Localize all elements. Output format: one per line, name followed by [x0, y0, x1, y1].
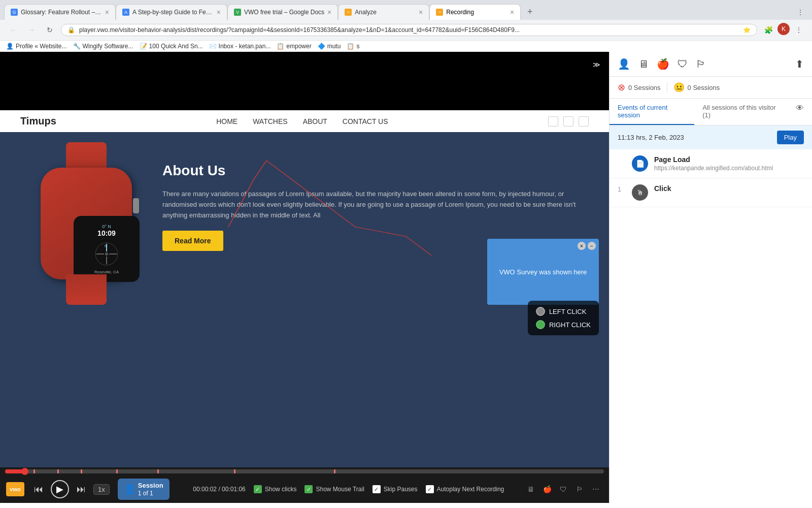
apple-filter-icon[interactable]: 🍎	[657, 58, 669, 70]
desktop-filter-icon[interactable]: 🖥	[638, 58, 649, 70]
visitor-icon[interactable]: 👤	[618, 58, 630, 70]
watch-time: 10:09	[97, 229, 116, 237]
tab-2-title: A Step-by-step Guide to Feat...	[132, 9, 214, 16]
survey-close-x[interactable]: ×	[578, 242, 586, 250]
bookmark-profile[interactable]: 👤 Profile « Website...	[6, 43, 67, 50]
right-panel: 👤 🖥 🍎 🛡 🏳 ⬆ ⊗ 0 Sessions 😐 0 Sessions Ev…	[609, 52, 812, 503]
tab-current-session[interactable]: Events of current session	[610, 99, 694, 125]
flag-filter-icon[interactable]: 🏳	[696, 58, 706, 70]
tab-3[interactable]: V VWO free trial – Google Docs ×	[227, 4, 338, 20]
right-click-label: RIGHT CLICK	[549, 321, 591, 329]
tab-3-title: VWO free trial – Google Docs	[244, 9, 324, 16]
tab-5-title: Recording	[446, 9, 507, 16]
extensions-button[interactable]: 🧩	[761, 23, 775, 37]
total-time: 00:01:06	[222, 486, 246, 493]
survey-minimize[interactable]: −	[588, 242, 596, 250]
tab-4[interactable]: ~ Analyze ×	[338, 4, 429, 20]
bookmark-mutu[interactable]: 🔷 mutu	[318, 43, 341, 50]
play-button[interactable]: ▶	[51, 480, 69, 498]
browser-nav-icons: 🧩 K ⋮	[761, 23, 806, 37]
read-more-button[interactable]: Read More	[162, 231, 223, 251]
panel-tabs: Events of current session All sessions o…	[610, 99, 812, 125]
shield-icon[interactable]: 🛡	[556, 482, 570, 496]
warn-sessions-badge: 😐 0 Sessions	[673, 82, 720, 93]
event-num-1: 1	[618, 185, 626, 193]
checkboxes-area: ✓ Show clicks ✓ Show Mouse Trail ✓ Skip …	[254, 485, 504, 493]
skip-back-button[interactable]: ⏮	[30, 481, 47, 497]
expand-button[interactable]: ≫	[589, 57, 604, 72]
tab-5-close[interactable]: ×	[510, 9, 514, 16]
new-tab-button[interactable]: +	[523, 5, 537, 19]
progress-track[interactable]	[5, 469, 604, 473]
skip-pauses-label: Skip Pauses	[384, 486, 418, 493]
back-button[interactable]: ←	[6, 23, 20, 37]
more-options-icon[interactable]: ⋯	[589, 482, 603, 496]
bookmark-s[interactable]: 📋 s	[347, 43, 359, 50]
desktop-icon[interactable]: 🖥	[524, 482, 538, 496]
flag-icon[interactable]: 🏳	[572, 482, 587, 496]
tab-3-close[interactable]: ×	[327, 9, 331, 16]
bookmark-wingify-label: Wingify Software...	[83, 43, 133, 50]
tab-1-title: Glossary: Feature Rollout – Go...	[21, 9, 102, 16]
warn-sessions-count: 0 Sessions	[688, 84, 720, 91]
site-nav: Timups HOME WATCHES ABOUT CONTACT US	[0, 110, 609, 132]
autoplay-checkbox[interactable]: ✓ Autoplay Next Recording	[426, 485, 504, 493]
bookmark-mutu-icon: 🔷	[318, 43, 325, 50]
apple-icon[interactable]: 🍎	[540, 482, 554, 496]
tab-4-close[interactable]: ×	[419, 9, 423, 16]
vwo-logo-text: vwo	[10, 486, 20, 492]
bookmark-profile-icon: 👤	[6, 43, 14, 50]
click-legend: LEFT CLICK RIGHT CLICK	[528, 301, 599, 335]
progress-bar-container[interactable]	[0, 467, 609, 475]
nav-icon-1	[548, 116, 558, 126]
tab-1-favicon: G	[11, 9, 18, 16]
tab-1-close[interactable]: ×	[105, 9, 109, 16]
browser-chrome: G Glossary: Feature Rollout – Go... × A …	[0, 0, 812, 52]
bookmark-wingify-icon: 🔧	[73, 43, 81, 50]
nav-about[interactable]: ABOUT	[303, 117, 327, 125]
tab-all-sessions[interactable]: All sessions of this visitor (1)	[694, 99, 788, 125]
play-session-button[interactable]: Play	[777, 131, 804, 144]
nav-contact[interactable]: CONTACT US	[343, 117, 388, 125]
tab-1[interactable]: G Glossary: Feature Rollout – Go... ×	[4, 4, 116, 20]
profile-button[interactable]: K	[777, 23, 790, 35]
reload-button[interactable]: ↻	[43, 23, 57, 37]
bookmark-100quick[interactable]: 📝 100 Quick And Sn...	[140, 43, 203, 50]
show-clicks-checkbox[interactable]: ✓ Show clicks	[254, 485, 297, 493]
nav-home[interactable]: HOME	[216, 117, 238, 125]
more-button[interactable]: ⋮	[792, 23, 806, 37]
bookmark-inbox[interactable]: ✉️ Inbox - ketan.pan...	[209, 43, 271, 50]
watch-body: 0° N 10:09	[41, 168, 132, 279]
session-text: Session 1 of 1	[138, 482, 163, 497]
bookmark-empower[interactable]: 📋 empower	[277, 43, 311, 50]
bookmark-s-label: s	[356, 43, 359, 50]
tab-2-close[interactable]: ×	[217, 9, 221, 16]
nav-watches[interactable]: WATCHES	[253, 117, 287, 125]
tab-2-favicon: A	[122, 9, 129, 16]
eye-icon[interactable]: 👁	[788, 99, 812, 125]
event-list: 📄 Page Load https://ketanpande.wingified…	[610, 149, 812, 503]
share-button[interactable]: ⬆	[795, 58, 804, 70]
show-mouse-trail-checkbox[interactable]: ✓ Show Mouse Trail	[304, 485, 364, 493]
tab-2[interactable]: A A Step-by-step Guide to Feat... ×	[116, 4, 227, 20]
marker-4	[116, 469, 118, 473]
click-icon-wrap: 🖱	[632, 184, 648, 201]
forward-button[interactable]: →	[24, 23, 39, 37]
controls-row: vwo ⏮ ▶ ⏭ 1x 👤 Session 1 of 1 00:00	[0, 475, 609, 503]
speed-selector[interactable]: 1x	[93, 484, 110, 495]
tab-5-favicon: ~	[436, 9, 443, 16]
tab-end-controls: ⋮	[797, 8, 808, 16]
video-content: Timups HOME WATCHES ABOUT CONTACT US	[0, 110, 609, 467]
tab-5[interactable]: ~ Recording ×	[429, 4, 521, 20]
recording-viewer: ≫ Timups HOME WATCHES ABOUT CONTACT US	[0, 52, 609, 503]
autoplay-checkmark: ✓	[426, 485, 434, 493]
current-time: 00:00:02	[193, 486, 217, 493]
skip-forward-button[interactable]: ⏭	[73, 481, 89, 497]
show-mouse-trail-checkmark: ✓	[304, 485, 313, 493]
address-bar[interactable]: 🔒 player.vwo.me/visitor-behavior-analysi…	[61, 24, 757, 36]
left-click-label: LEFT CLICK	[549, 308, 586, 315]
skip-pauses-checkbox[interactable]: ✓ Skip Pauses	[373, 485, 418, 493]
bookmark-wingify[interactable]: 🔧 Wingify Software...	[73, 43, 133, 50]
shield-filter-icon[interactable]: 🛡	[678, 58, 688, 70]
watch-crown	[133, 198, 139, 213]
